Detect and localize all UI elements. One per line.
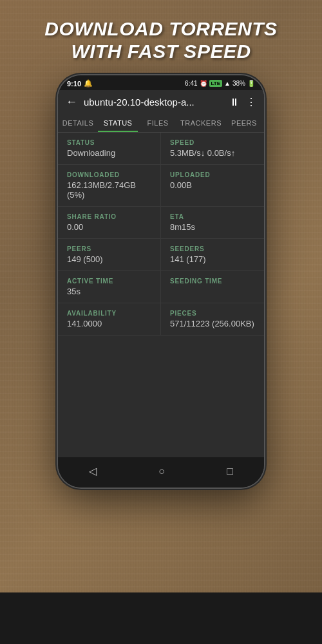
bottom-bar	[0, 592, 322, 644]
headline-line1: Download Torrents	[44, 18, 277, 39]
stat-peers: PEERS 149 (500)	[58, 239, 161, 271]
app-title: ubuntu-20.10-desktop-a...	[84, 97, 223, 108]
back-button[interactable]: ←	[66, 95, 77, 109]
toolbar-actions: ⏸ ⋮	[229, 96, 256, 108]
tab-trackers[interactable]: TRACKERS	[178, 114, 224, 132]
tab-bar: DETAILS STATUS FILES TRACKERS PEERS	[58, 114, 264, 133]
battery-icon: 🔋	[247, 80, 255, 87]
stat-eta: ETA 8m15s	[161, 207, 264, 239]
nav-recent-button[interactable]: □	[214, 463, 246, 480]
wifi-icon: ▲	[224, 80, 231, 87]
clock-icon: ⏰	[200, 80, 207, 87]
app-screen: ← ubuntu-20.10-desktop-a... ⏸ ⋮ DETAILS …	[58, 90, 264, 457]
phone-time: 9:10 🔔	[67, 79, 93, 88]
app-toolbar: ← ubuntu-20.10-desktop-a... ⏸ ⋮	[58, 90, 264, 114]
nav-home-button[interactable]: ○	[146, 463, 178, 480]
tab-files[interactable]: FILES	[138, 114, 178, 132]
stat-seeders: SEEDERS 141 (177)	[161, 239, 264, 271]
more-button[interactable]: ⋮	[246, 96, 256, 108]
stat-pieces: PIECES 571/11223 (256.00KB)	[161, 303, 264, 336]
network-badge: LTE	[209, 80, 223, 87]
tab-peers[interactable]: PEERS	[224, 114, 264, 132]
stats-content: STATUS Downloading SPEED 5.3MB/s↓ 0.0B/s…	[58, 133, 264, 457]
stat-downloaded: DOWNLOADED 162.13MB/2.74GB (5%)	[58, 165, 161, 207]
bottom-nav: ◁ ○ □	[58, 457, 264, 488]
battery-display: 38%	[232, 80, 245, 87]
time2-display: 6:41	[185, 80, 197, 87]
stat-status: STATUS Downloading	[58, 133, 161, 165]
stat-speed: SPEED 5.3MB/s↓ 0.0B/s↑	[161, 133, 264, 165]
nav-back-button[interactable]: ◁	[76, 462, 109, 480]
headline: Download Torrents with fast speed	[44, 18, 277, 62]
status-bar: 9:10 🔔 6:41 ⏰ LTE ▲ 38% 🔋	[58, 75, 264, 90]
stat-availability: AVAILABILITY 141.0000	[58, 303, 161, 336]
alarm-icon: 🔔	[84, 79, 93, 88]
pause-button[interactable]: ⏸	[229, 97, 240, 108]
phone-device: 9:10 🔔 6:41 ⏰ LTE ▲ 38% 🔋 ← ubuntu-20.10…	[58, 75, 264, 488]
stat-share-ratio: SHARE RATIO 0.00	[58, 207, 161, 239]
headline-line2: with fast speed	[71, 41, 251, 62]
phone-status-right: 6:41 ⏰ LTE ▲ 38% 🔋	[185, 80, 255, 87]
tab-status[interactable]: STATUS	[98, 114, 138, 132]
time-display: 9:10	[67, 80, 81, 88]
stat-seeding-time: SEEDING TIME	[161, 271, 264, 303]
stat-uploaded: UPLOADED 0.00B	[161, 165, 264, 207]
stats-grid: STATUS Downloading SPEED 5.3MB/s↓ 0.0B/s…	[58, 133, 264, 336]
stat-active-time: ACTIVE TIME 35s	[58, 271, 161, 303]
tab-details[interactable]: DETAILS	[58, 114, 98, 132]
